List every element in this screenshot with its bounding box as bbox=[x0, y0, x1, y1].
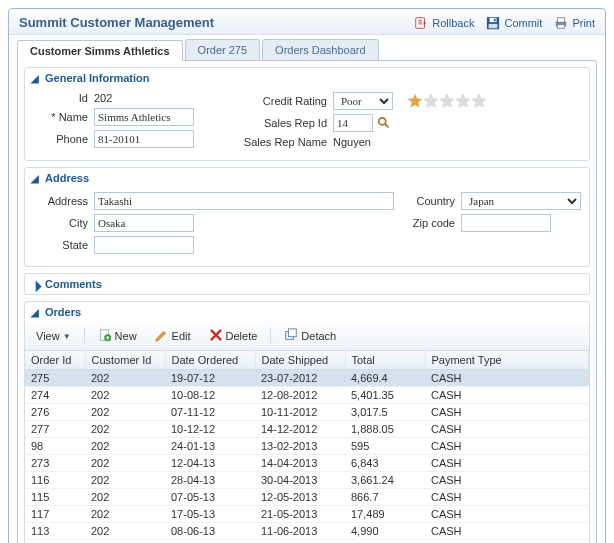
table-cell: 202 bbox=[85, 540, 165, 544]
print-label: Print bbox=[572, 17, 595, 29]
dropdown-icon: ▼ bbox=[63, 332, 71, 341]
tab-2[interactable]: Orders Dashboard bbox=[262, 39, 379, 60]
column-header[interactable]: Date Shipped bbox=[255, 351, 345, 370]
tab-0[interactable]: Customer Simms Athletics bbox=[17, 40, 183, 61]
table-row[interactable]: 27520219-07-1223-07-20124,669.4CASH bbox=[25, 370, 589, 387]
column-header[interactable]: Customer Id bbox=[85, 351, 165, 370]
print-button[interactable]: Print bbox=[554, 16, 595, 30]
country-label: Country bbox=[400, 195, 455, 207]
table-cell: 202 bbox=[85, 438, 165, 455]
zip-input[interactable] bbox=[461, 214, 551, 232]
table-cell: 202 bbox=[85, 506, 165, 523]
panel-header-address[interactable]: ◢ Address bbox=[25, 168, 589, 188]
table-row[interactable]: 11420217-06-1319-06-2013567CASH bbox=[25, 540, 589, 544]
star-icon[interactable] bbox=[407, 93, 423, 109]
table-row[interactable]: 11320208-06-1311-06-20134,990CASH bbox=[25, 523, 589, 540]
address-label: Address bbox=[33, 195, 88, 207]
svg-rect-6 bbox=[558, 17, 565, 21]
table-cell: 4,990 bbox=[345, 523, 425, 540]
column-header[interactable]: Payment Type bbox=[425, 351, 589, 370]
star-icon[interactable] bbox=[471, 93, 487, 109]
table-row[interactable]: 11720217-05-1321-05-201317,489CASH bbox=[25, 506, 589, 523]
column-header[interactable]: Total bbox=[345, 351, 425, 370]
phone-label: Phone bbox=[33, 133, 88, 145]
column-header[interactable]: Order Id bbox=[25, 351, 85, 370]
tab-bar: Customer Simms AthleticsOrder 275Orders … bbox=[9, 39, 605, 60]
view-label: View bbox=[36, 330, 60, 342]
phone-input[interactable] bbox=[94, 130, 194, 148]
country-select[interactable]: Japan bbox=[461, 192, 581, 210]
table-cell: 866.7 bbox=[345, 489, 425, 506]
table-cell: CASH bbox=[425, 370, 589, 387]
table-cell: 12-04-13 bbox=[165, 455, 255, 472]
table-cell: 24-01-13 bbox=[165, 438, 255, 455]
zip-label: Zip code bbox=[400, 217, 455, 229]
table-cell: 28-04-13 bbox=[165, 472, 255, 489]
table-cell: 116 bbox=[25, 472, 85, 489]
table-cell: 202 bbox=[85, 421, 165, 438]
table-cell: 07-05-13 bbox=[165, 489, 255, 506]
delete-button[interactable]: Delete bbox=[202, 325, 265, 347]
print-icon bbox=[554, 16, 568, 30]
name-input[interactable] bbox=[94, 108, 194, 126]
table-cell: CASH bbox=[425, 506, 589, 523]
view-menu-button[interactable]: View ▼ bbox=[29, 327, 78, 345]
panel-header-orders[interactable]: ◢ Orders bbox=[25, 302, 589, 322]
table-row[interactable]: 11620228-04-1330-04-20133,661.24CASH bbox=[25, 472, 589, 489]
rollback-button[interactable]: Rollback bbox=[414, 16, 474, 30]
credit-rating-label: Credit Rating bbox=[229, 95, 327, 107]
table-row[interactable]: 27420210-08-1212-08-20125,401.35CASH bbox=[25, 387, 589, 404]
sales-rep-name-value: Nguyen bbox=[333, 136, 371, 148]
table-cell: 30-04-2013 bbox=[255, 472, 345, 489]
state-input[interactable] bbox=[94, 236, 194, 254]
commit-button[interactable]: Commit bbox=[486, 16, 542, 30]
table-row[interactable]: 27320212-04-1314-04-20136,843CASH bbox=[25, 455, 589, 472]
table-cell: 5,401.35 bbox=[345, 387, 425, 404]
table-cell: 98 bbox=[25, 438, 85, 455]
table-cell: 23-07-2012 bbox=[255, 370, 345, 387]
column-header[interactable]: Date Ordered bbox=[165, 351, 255, 370]
lookup-icon[interactable] bbox=[377, 116, 391, 130]
credit-rating-select[interactable]: Poor bbox=[333, 92, 393, 110]
edit-label: Edit bbox=[172, 330, 191, 342]
disclosure-icon: ◢ bbox=[31, 73, 41, 84]
table-cell: 273 bbox=[25, 455, 85, 472]
table-cell: 17-06-13 bbox=[165, 540, 255, 544]
table-cell: 12-08-2012 bbox=[255, 387, 345, 404]
detach-label: Detach bbox=[301, 330, 336, 342]
orders-toolbar: View ▼ New Edit Delete bbox=[25, 322, 589, 351]
table-row[interactable]: 9820224-01-1313-02-2013595CASH bbox=[25, 438, 589, 455]
save-icon bbox=[486, 16, 500, 30]
panel-header-general[interactable]: ◢ General Information bbox=[25, 68, 589, 88]
table-cell: 14-04-2013 bbox=[255, 455, 345, 472]
orders-header-row: Order IdCustomer IdDate OrderedDate Ship… bbox=[25, 351, 589, 370]
address-input[interactable] bbox=[94, 192, 394, 210]
tab-1[interactable]: Order 275 bbox=[185, 39, 261, 60]
detach-button[interactable]: Detach bbox=[277, 325, 343, 347]
disclosure-icon: ◢ bbox=[29, 277, 44, 292]
city-input[interactable] bbox=[94, 214, 194, 232]
rollback-icon bbox=[414, 16, 428, 30]
star-icon[interactable] bbox=[455, 93, 471, 109]
table-row[interactable]: 27720210-12-1214-12-20121,888.05CASH bbox=[25, 421, 589, 438]
toolbar-separator bbox=[270, 328, 271, 344]
sales-rep-id-input[interactable] bbox=[333, 114, 373, 132]
disclosure-icon: ◢ bbox=[31, 173, 41, 184]
table-row[interactable]: 27620207-11-1210-11-20123,017.5CASH bbox=[25, 404, 589, 421]
table-row[interactable]: 11520207-05-1312-05-2013866.7CASH bbox=[25, 489, 589, 506]
star-icon[interactable] bbox=[439, 93, 455, 109]
rating-stars bbox=[407, 93, 487, 109]
id-label: Id bbox=[33, 92, 88, 104]
orders-table: Order IdCustomer IdDate OrderedDate Ship… bbox=[25, 351, 589, 543]
table-cell: 17,489 bbox=[345, 506, 425, 523]
panel-comments: ◢ Comments bbox=[24, 273, 590, 295]
delete-icon bbox=[209, 328, 223, 344]
new-button[interactable]: New bbox=[91, 325, 144, 347]
page-title: Summit Customer Management bbox=[19, 15, 214, 30]
table-cell: 12-05-2013 bbox=[255, 489, 345, 506]
panel-header-comments[interactable]: ◢ Comments bbox=[25, 274, 589, 294]
panel-title-general: General Information bbox=[45, 72, 150, 84]
svg-line-9 bbox=[385, 124, 389, 128]
edit-button[interactable]: Edit bbox=[148, 325, 198, 347]
star-icon[interactable] bbox=[423, 93, 439, 109]
